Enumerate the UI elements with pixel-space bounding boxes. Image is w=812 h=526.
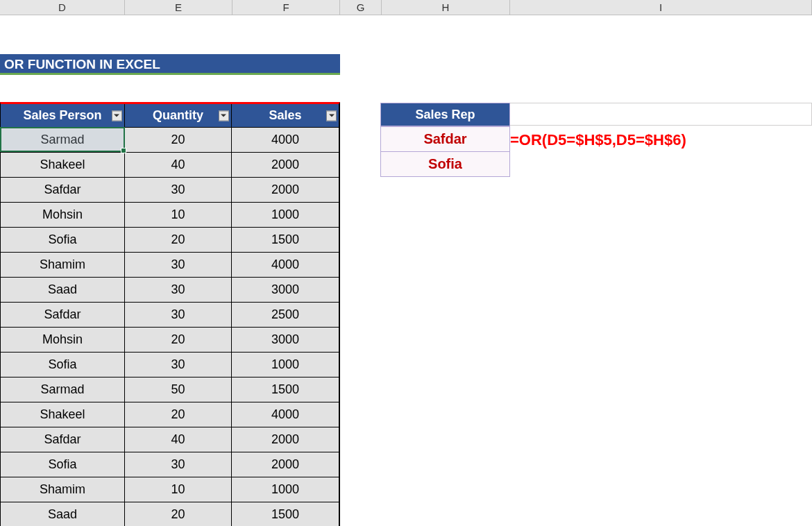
table-row: Mohsin101000 — [1, 202, 339, 227]
header-label: Sales Person — [23, 108, 101, 123]
title-banner: OR FUNCTION IN EXCEL — [0, 54, 340, 75]
cell-sales[interactable]: 2000 — [232, 427, 339, 452]
cell-sales[interactable]: 1500 — [232, 377, 339, 402]
col-header-I[interactable]: I — [510, 0, 812, 15]
cell-sales[interactable]: 1500 — [232, 227, 339, 252]
table-row: Saad201500 — [1, 502, 339, 526]
filter-dropdown-icon[interactable] — [326, 110, 337, 121]
table-row: Safdar402000 — [1, 427, 339, 452]
cell-sales-person[interactable]: Shakeel — [1, 402, 125, 427]
cell-sales[interactable]: 2000 — [232, 152, 339, 177]
cell-sales[interactable]: 1000 — [232, 202, 339, 227]
cell-sales[interactable]: 2000 — [232, 177, 339, 202]
cell-sales-person[interactable]: Saad — [1, 277, 125, 302]
col-header-H[interactable]: H — [382, 0, 510, 15]
cell-sales-person[interactable]: Mohsin — [1, 327, 125, 352]
cell-sales-person[interactable]: Shamim — [1, 252, 125, 277]
header-sales-person[interactable]: Sales Person — [1, 104, 125, 127]
table-row: Saad303000 — [1, 277, 339, 302]
cell-quantity[interactable]: 30 — [125, 177, 232, 202]
cell-sales[interactable]: 1500 — [232, 502, 339, 526]
cell-sales-person[interactable]: Sofia — [1, 452, 125, 477]
col-header-E[interactable]: E — [125, 0, 232, 15]
cell-sales-person[interactable]: Sarmad — [1, 377, 125, 402]
cell-quantity[interactable]: 10 — [125, 202, 232, 227]
cell-quantity[interactable]: 30 — [125, 352, 232, 377]
cell-sales-person[interactable]: Sofia — [1, 227, 125, 252]
table-row: Sarmad204000 — [1, 127, 339, 152]
table-row: Sofia302000 — [1, 452, 339, 477]
table-row: Shamim101000 — [1, 477, 339, 502]
header-quantity[interactable]: Quantity — [125, 104, 232, 127]
sales-rep-header[interactable]: Sales Rep — [381, 103, 509, 126]
cell-sales[interactable]: 4000 — [232, 252, 339, 277]
filter-dropdown-icon[interactable] — [219, 110, 229, 121]
header-label: Quantity — [153, 108, 203, 123]
formula-text: =OR(D5=$H$5,D5=$H$6) — [510, 128, 686, 153]
cell-sales-person[interactable]: Safdar — [1, 302, 125, 327]
table-row: Sofia301000 — [1, 352, 339, 377]
cell-sales[interactable]: 3000 — [232, 277, 339, 302]
cell-quantity[interactable]: 30 — [125, 452, 232, 477]
sales-data-table: Sales Person Quantity Sales Sarmad204000… — [0, 102, 340, 526]
cell-sales-person[interactable]: Sofia — [1, 352, 125, 377]
cell-sales[interactable]: 1000 — [232, 352, 339, 377]
col-header-G[interactable]: G — [340, 0, 382, 15]
cell-sales-person[interactable]: Saad — [1, 502, 125, 526]
column-header-row: D E F G H I — [0, 0, 812, 15]
cell-sales[interactable]: 4000 — [232, 402, 339, 427]
table-row: Shakeel402000 — [1, 152, 339, 177]
cell-sales-person[interactable]: Safdar — [1, 177, 125, 202]
table-row: Shamim304000 — [1, 252, 339, 277]
col-header-D[interactable]: D — [0, 0, 125, 15]
cell-quantity[interactable]: 20 — [125, 502, 232, 526]
cell-quantity[interactable]: 30 — [125, 277, 232, 302]
cell-quantity[interactable]: 20 — [125, 402, 232, 427]
filter-dropdown-icon[interactable] — [112, 110, 122, 121]
cell-sales-person[interactable]: Shakeel — [1, 152, 125, 177]
cell-sales[interactable]: 1000 — [232, 477, 339, 502]
cell-quantity[interactable]: 30 — [125, 302, 232, 327]
cell-sales[interactable]: 2500 — [232, 302, 339, 327]
cell-quantity[interactable]: 40 — [125, 152, 232, 177]
table-row: Safdar302500 — [1, 302, 339, 327]
table-row: Safdar302000 — [1, 177, 339, 202]
sales-rep-table: Sales Rep Safdar Sofia — [380, 103, 510, 177]
table-row: Mohsin203000 — [1, 327, 339, 352]
cell-quantity[interactable]: 40 — [125, 427, 232, 452]
sales-rep-value[interactable]: Sofia — [381, 151, 509, 176]
cell-sales-person[interactable]: Shamim — [1, 477, 125, 502]
header-label: Sales — [269, 108, 301, 123]
cell-sales-person[interactable]: Mohsin — [1, 202, 125, 227]
cell-quantity[interactable]: 50 — [125, 377, 232, 402]
table-row: Sofia201500 — [1, 227, 339, 252]
cell-quantity[interactable]: 30 — [125, 252, 232, 277]
cell-sales-person[interactable]: Safdar — [1, 427, 125, 452]
cell-quantity[interactable]: 10 — [125, 477, 232, 502]
col-header-F[interactable]: F — [232, 0, 340, 15]
cell-quantity[interactable]: 20 — [125, 227, 232, 252]
table-header-row: Sales Person Quantity Sales — [1, 104, 339, 127]
sales-rep-value[interactable]: Safdar — [381, 126, 509, 151]
cell-sales-person[interactable]: Sarmad — [1, 127, 125, 152]
cell-sales[interactable]: 2000 — [232, 452, 339, 477]
cell-sales[interactable]: 4000 — [232, 127, 339, 152]
table-row: Shakeel204000 — [1, 402, 339, 427]
cell-border-i — [510, 103, 812, 126]
header-sales[interactable]: Sales — [232, 104, 339, 127]
cell-quantity[interactable]: 20 — [125, 127, 232, 152]
cell-sales[interactable]: 3000 — [232, 327, 339, 352]
cell-quantity[interactable]: 20 — [125, 327, 232, 352]
table-row: Sarmad501500 — [1, 377, 339, 402]
